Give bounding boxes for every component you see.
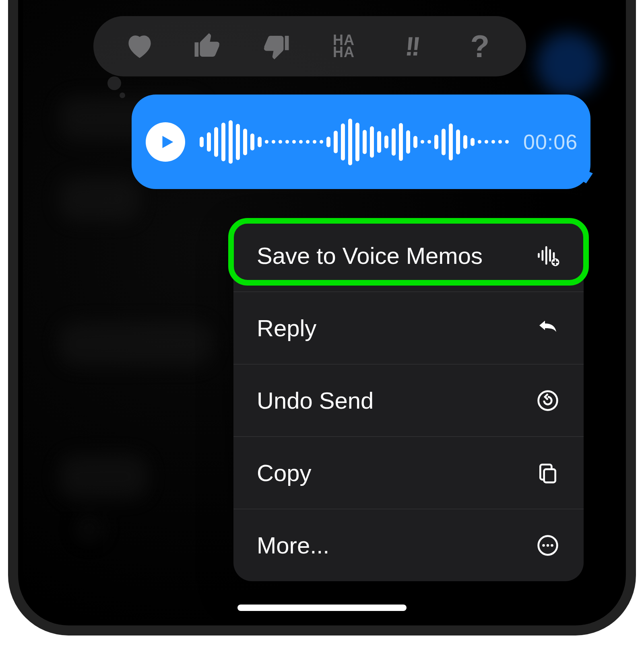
menu-item-reply[interactable]: Reply xyxy=(233,292,584,364)
menu-item-more[interactable]: More... xyxy=(233,509,584,581)
tapback-thumbs-down[interactable] xyxy=(258,28,294,64)
tapback-exclaim[interactable]: !! xyxy=(394,28,430,64)
play-button[interactable] xyxy=(146,122,185,162)
exclaim-icon: !! xyxy=(404,31,420,62)
tapback-haha[interactable]: HA HA xyxy=(326,28,362,64)
menu-item-label: Reply xyxy=(257,315,316,341)
svg-point-12 xyxy=(547,544,549,547)
tapback-question[interactable]: ? xyxy=(462,28,498,64)
audio-duration: 00:06 xyxy=(523,130,578,154)
copy-icon xyxy=(535,461,560,485)
menu-item-label: Copy xyxy=(257,459,311,486)
tapback-bar-tail-dot xyxy=(120,93,125,98)
thumbs-down-icon xyxy=(260,31,291,62)
thumbs-up-icon xyxy=(192,31,223,62)
menu-item-save-voice-memos[interactable]: Save to Voice Memos xyxy=(233,219,584,292)
heart-icon xyxy=(124,31,155,62)
home-indicator[interactable] xyxy=(237,605,407,611)
more-icon xyxy=(535,533,560,558)
menu-item-copy[interactable]: Copy xyxy=(233,436,584,509)
waveform-plus-icon xyxy=(535,243,560,268)
menu-item-label: More... xyxy=(257,532,330,559)
haha-icon: HA HA xyxy=(333,34,355,58)
svg-point-11 xyxy=(542,544,545,547)
question-icon: ? xyxy=(471,28,490,65)
phone-screen: HA HA !! ? xyxy=(23,0,621,621)
play-icon xyxy=(158,132,176,152)
undo-icon xyxy=(535,388,560,413)
context-menu: Save to Voice Memos Reply xyxy=(233,219,584,581)
tapback-thumbs-up[interactable] xyxy=(190,28,226,64)
svg-rect-9 xyxy=(544,469,555,482)
tapback-bar: HA HA !! ? xyxy=(93,16,526,76)
tapback-heart[interactable] xyxy=(122,28,158,64)
reply-arrow-icon xyxy=(535,316,560,341)
menu-item-label: Undo Send xyxy=(257,387,374,414)
menu-item-undo-send[interactable]: Undo Send xyxy=(233,364,584,436)
menu-item-label: Save to Voice Memos xyxy=(257,242,483,269)
tapback-bar-tail xyxy=(107,76,121,90)
audio-message-bubble[interactable]: 00:06 xyxy=(132,95,590,189)
phone-frame: HA HA !! ? xyxy=(8,0,636,635)
svg-point-13 xyxy=(551,544,553,547)
audio-waveform[interactable] xyxy=(200,118,509,166)
